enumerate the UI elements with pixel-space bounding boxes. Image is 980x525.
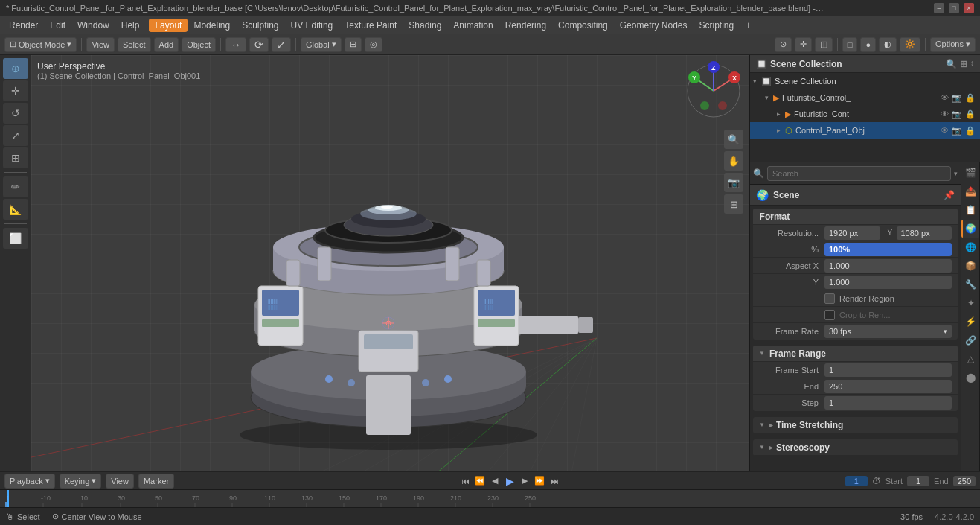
lock-icon-3[interactable]: 🔒 xyxy=(965,126,976,136)
outliner-row-actions-1[interactable]: 👁 📷 🔒 xyxy=(941,93,980,103)
marker-menu[interactable]: Marker xyxy=(138,474,174,489)
snap-btn[interactable]: ⊞ xyxy=(345,37,362,52)
stereoscopy-header[interactable]: ▸ Stereoscopy xyxy=(753,439,958,456)
menu-sculpting[interactable]: Sculpting xyxy=(236,19,284,32)
frame-start-value[interactable]: 1 xyxy=(824,363,952,377)
shading-wireframe[interactable]: □ xyxy=(842,37,858,52)
viewport-pan-btn[interactable]: ✋ xyxy=(724,151,743,171)
tool-move[interactable]: ✛ xyxy=(3,80,28,101)
camera-visibility-3[interactable]: 📷 xyxy=(952,126,962,136)
jump-start-btn[interactable]: ⏮ xyxy=(459,475,471,487)
prop-search-input[interactable] xyxy=(767,166,951,181)
mode-selector[interactable]: ⊡ Object Mode ▾ xyxy=(4,37,77,52)
tool-add-cube[interactable]: ⬜ xyxy=(3,228,28,249)
select-menu[interactable]: Select xyxy=(118,37,151,52)
outliner-filter-icon[interactable]: 🔍 xyxy=(946,59,957,69)
step-fwd-btn[interactable]: ▶ xyxy=(519,475,531,487)
add-menu[interactable]: Add xyxy=(154,37,179,52)
resolution-values[interactable]: 1920 px Y 1080 px xyxy=(824,226,952,240)
viewport-canvas[interactable]: ||||||| ||||||| ||||||| ||||||| X Y xyxy=(31,55,749,471)
transport-controls[interactable]: ⏮ ⏪ ◀ ▶ ▶ ⏩ ⏭ xyxy=(459,475,560,487)
prop-tab-material[interactable]: ⬤ xyxy=(961,369,979,386)
crop-checkbox[interactable] xyxy=(824,310,835,320)
resolution-y-value[interactable]: 1080 px xyxy=(897,226,952,240)
menu-layout[interactable]: Layout xyxy=(149,19,188,32)
lock-icon-1[interactable]: 🔒 xyxy=(965,93,976,103)
prop-tab-output[interactable]: 📤 xyxy=(961,182,979,200)
camera-visibility-1[interactable]: 📷 xyxy=(952,93,962,103)
menu-window[interactable]: Window xyxy=(71,19,115,32)
frame-step-value[interactable]: 1 xyxy=(824,396,952,410)
frame-rate-value[interactable]: 30 fps ▾ xyxy=(824,325,952,338)
resolution-x-value[interactable]: 1920 px xyxy=(824,226,880,240)
tool-transform[interactable]: ⊞ xyxy=(3,147,28,168)
menu-shading[interactable]: Shading xyxy=(403,19,447,32)
prop-tab-view-layer[interactable]: 📋 xyxy=(961,201,979,219)
end-frame-display[interactable]: 250 xyxy=(953,476,976,486)
tool-cursor[interactable]: ⊕ xyxy=(3,58,28,79)
prev-keyframe-btn[interactable]: ⏪ xyxy=(474,475,486,487)
outliner-item-1[interactable]: ▾ ▶ Futuristic_Control_ 👁 📷 🔒 xyxy=(750,89,980,106)
visibility-icon-1[interactable]: 👁 xyxy=(941,93,949,103)
menu-texture-paint[interactable]: Texture Paint xyxy=(339,19,403,32)
jump-end-btn[interactable]: ⏭ xyxy=(548,475,560,487)
outliner-header-icons[interactable]: 🔍 ⊞ ↕ xyxy=(946,59,974,69)
options-btn[interactable]: Options ▾ xyxy=(930,37,976,52)
resolution-pct-value[interactable]: 100% xyxy=(824,243,952,256)
next-keyframe-btn[interactable]: ⏩ xyxy=(534,475,545,487)
outliner-item-3[interactable]: ▸ ⬡ Control_Panel_Obj 👁 📷 🔒 xyxy=(750,122,980,139)
navigation-gizmo[interactable]: X Y Z xyxy=(684,61,743,121)
step-back-btn[interactable]: ◀ xyxy=(489,475,501,487)
viewport-zoom-btn[interactable]: 🔍 xyxy=(724,130,743,149)
lock-icon-2[interactable]: 🔒 xyxy=(965,109,976,119)
keying-menu[interactable]: Keying ▾ xyxy=(60,474,102,489)
outliner-root[interactable]: ▾ 🔲 Scene Collection xyxy=(750,73,980,89)
tool-rotate[interactable]: ↺ xyxy=(3,103,28,124)
timeline-view-menu[interactable]: View xyxy=(106,474,134,489)
menu-animation[interactable]: Animation xyxy=(447,19,499,32)
overlay-btn[interactable]: ⊙ xyxy=(775,37,792,52)
frame-ruler[interactable]: 1 -10 10 30 50 70 90 110 130 150 170 190 xyxy=(0,490,980,507)
prop-tab-modifier[interactable]: 🔧 xyxy=(961,276,979,293)
outliner-item-2[interactable]: ▸ ▶ Futuristic_Cont 👁 📷 🔒 xyxy=(750,106,980,122)
prop-tab-render[interactable]: 🎬 xyxy=(961,164,979,182)
render-region-checkbox[interactable] xyxy=(824,293,835,304)
menu-scripting[interactable]: Scripting xyxy=(693,19,740,32)
menu-add-workspace[interactable]: + xyxy=(740,19,757,32)
outliner-options-icon[interactable]: ⊞ xyxy=(960,59,967,69)
outliner-row-actions-2[interactable]: 👁 📷 🔒 xyxy=(941,109,980,119)
menu-uv-editing[interactable]: UV Editing xyxy=(285,19,339,32)
xray-btn[interactable]: ◫ xyxy=(815,37,833,52)
object-menu[interactable]: Object xyxy=(182,37,216,52)
menu-help[interactable]: Help xyxy=(115,19,146,32)
minimize-button[interactable]: – xyxy=(934,3,944,13)
window-controls[interactable]: – □ × xyxy=(934,3,974,13)
gizmo-btn[interactable]: ✛ xyxy=(795,37,812,52)
menu-rendering[interactable]: Rendering xyxy=(499,19,552,32)
transform-icon-3[interactable]: ⤢ xyxy=(272,37,291,52)
proportional-edit-btn[interactable]: ◎ xyxy=(365,37,382,52)
tool-annotate[interactable]: ✏ xyxy=(3,176,28,197)
menu-modeling[interactable]: Modeling xyxy=(188,19,236,32)
shading-solid[interactable]: ● xyxy=(860,37,876,52)
prop-filter-arrow[interactable]: ▾ xyxy=(954,170,958,177)
view-menu[interactable]: View xyxy=(86,37,115,52)
3d-viewport[interactable]: User Perspective (1) Scene Collection | … xyxy=(31,55,749,471)
outliner-row-actions-3[interactable]: 👁 📷 🔒 xyxy=(941,126,980,136)
tool-scale[interactable]: ⤢ xyxy=(3,125,28,146)
outliner-sync-icon[interactable]: ↕ xyxy=(970,59,974,69)
shading-rendered[interactable]: 🔆 xyxy=(900,37,920,52)
aspect-y-value[interactable]: 1.000 xyxy=(824,276,952,289)
prop-tab-data[interactable]: △ xyxy=(961,350,979,368)
aspect-x-value[interactable]: 1.000 xyxy=(824,259,952,273)
prop-tab-world[interactable]: 🌐 xyxy=(961,238,979,256)
time-stretching-header[interactable]: ▸ Time Stretching xyxy=(753,417,958,433)
prop-tab-scene[interactable]: 🌍 xyxy=(961,220,979,238)
start-frame-display[interactable]: 1 xyxy=(907,476,929,486)
camera-visibility-2[interactable]: 📷 xyxy=(952,109,962,119)
menu-edit[interactable]: Edit xyxy=(44,19,71,32)
frame-end-value[interactable]: 250 xyxy=(824,380,952,393)
visibility-icon-3[interactable]: 👁 xyxy=(941,126,949,136)
format-section-header[interactable]: ≡ ⊞ Format xyxy=(753,209,958,225)
transform-icon-1[interactable]: ↔ xyxy=(225,37,246,52)
